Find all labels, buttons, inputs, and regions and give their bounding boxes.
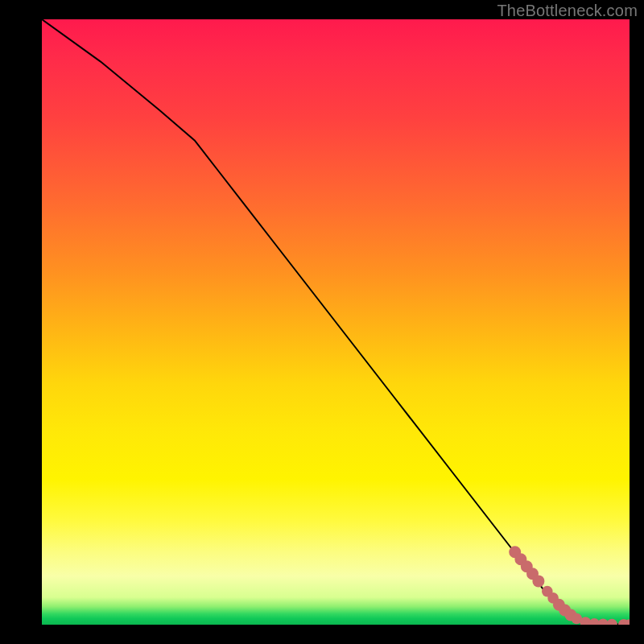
plot-area: [42, 19, 630, 625]
chart-overlay: [42, 19, 630, 625]
chart-frame: TheBottleneck.com: [0, 0, 644, 644]
data-point: [532, 575, 544, 587]
attribution-label: TheBottleneck.com: [497, 2, 638, 20]
highlighted-points: [509, 546, 630, 625]
data-point: [606, 619, 617, 625]
bottleneck-curve: [42, 19, 630, 625]
